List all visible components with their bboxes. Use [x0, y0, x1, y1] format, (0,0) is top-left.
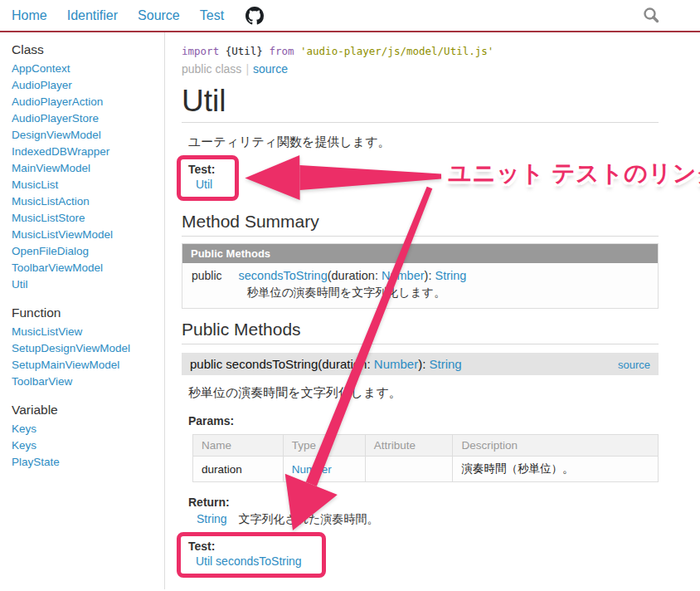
sidebar-item-mainviewmodel[interactable]: MainViewModel [12, 159, 156, 176]
test-label: Test: [188, 539, 302, 554]
method-summary-heading: Method Summary [182, 212, 659, 237]
method-access: public [182, 263, 231, 309]
params-header-description: Description [453, 435, 659, 457]
method-summary-description: 秒単位の演奏時間を文字列化します。 [247, 286, 650, 300]
sidebar-item-keys-2[interactable]: Keys [12, 437, 156, 453]
sidebar-item-setupdesignviewmodel[interactable]: SetupDesignViewModel [12, 339, 156, 356]
class-description: ユーティリティ関数を提供します。 [188, 134, 659, 150]
sidebar-item-musiclistaction[interactable]: MusicListAction [12, 193, 156, 209]
sidebar-item-audioplayerstore[interactable]: AudioPlayerStore [12, 110, 156, 126]
main-content: import {Util} from 'audio-player/js/mode… [165, 32, 700, 589]
test-link-util[interactable]: Util [196, 177, 215, 193]
table-row: duration Number 演奏時間（秒単位）。 [193, 457, 659, 482]
access-modifiers: public class [182, 62, 241, 76]
param-attribute [365, 457, 453, 482]
sidebar-section-function: Function [12, 305, 156, 320]
public-methods-heading: Public Methods [182, 320, 659, 344]
sidebar-section-variable: Variable [12, 403, 156, 418]
sidebar-item-audioplayer[interactable]: AudioPlayer [12, 76, 156, 93]
return-type-link[interactable]: String [435, 269, 466, 282]
separator: | [245, 62, 249, 76]
param-description: 演奏時間（秒単位）。 [453, 457, 659, 482]
signature-mid: ): [418, 357, 429, 371]
sidebar-item-util[interactable]: Util [12, 276, 156, 292]
return-type-link[interactable]: String [430, 357, 462, 371]
test-link-box-2: Test: Util secondsToString [177, 532, 326, 578]
signature-text: (duration: [328, 269, 382, 282]
param-name: duration [193, 457, 284, 482]
method-source-link[interactable]: source [618, 359, 650, 371]
method-signature-banner: public secondsToString(duration: Number)… [182, 353, 659, 375]
keyword-from: from [269, 45, 294, 57]
param-type-link[interactable]: Number [292, 463, 332, 476]
sidebar-item-keys-1[interactable]: Keys [12, 420, 156, 437]
page-title: Util [182, 84, 659, 123]
method-full-signature: public secondsToString(duration: Number)… [190, 357, 462, 371]
sidebar-item-toolbarview[interactable]: ToolbarView [12, 373, 156, 389]
import-target: {Util} [219, 45, 269, 57]
sidebar-item-designviewmodel[interactable]: DesignViewModel [12, 126, 156, 143]
class-source-link[interactable]: source [253, 62, 288, 76]
param-type-link[interactable]: Number [374, 357, 418, 371]
method-signature: secondsToString(duration: Number): Strin… [239, 269, 650, 282]
params-header-attribute: Attribute [365, 435, 453, 457]
sidebar-item-openfiledialog[interactable]: OpenFileDialog [12, 242, 156, 259]
sidebar-item-audioplayeraction[interactable]: AudioPlayerAction [12, 93, 156, 110]
sidebar-item-setupmainviewmodel[interactable]: SetupMainViewModel [12, 356, 156, 373]
method-description: 秒単位の演奏時間を文字列化します。 [188, 385, 659, 401]
sidebar-item-musiclistview[interactable]: MusicListView [12, 323, 156, 339]
navbar: Home Identifier Source Test [0, 0, 700, 32]
nav-source[interactable]: Source [138, 8, 180, 23]
test-link-box-1: Test: Util [177, 155, 239, 201]
summary-table-header: Public Methods [182, 244, 659, 264]
access-line: public class|source [182, 62, 659, 76]
sidebar-item-toolbarviewmodel[interactable]: ToolbarViewModel [12, 259, 156, 276]
import-path: 'audio-player/js/model/Util.js' [294, 45, 493, 57]
return-type-link[interactable]: String [197, 512, 227, 525]
import-statement: import {Util} from 'audio-player/js/mode… [182, 45, 659, 57]
params-header-type: Type [283, 435, 365, 457]
return-label: Return: [188, 496, 659, 509]
params-header-name: Name [193, 435, 284, 457]
test-link-util-secondstostring[interactable]: Util secondsToString [196, 554, 302, 569]
search-icon[interactable] [640, 5, 662, 27]
params-label: Params: [188, 414, 659, 427]
method-summary-table: Public Methods public secondsToString(du… [182, 243, 659, 309]
github-icon[interactable] [245, 7, 264, 25]
test-label: Test: [188, 162, 215, 177]
sidebar-item-playstate[interactable]: PlayState [12, 453, 156, 470]
return-description: 文字列化された演奏時間。 [239, 512, 379, 525]
nav-test[interactable]: Test [200, 8, 224, 23]
param-type: Number [283, 457, 365, 482]
param-type-link[interactable]: Number [382, 269, 425, 282]
nav-home[interactable]: Home [12, 8, 47, 23]
nav-identifier[interactable]: Identifier [67, 8, 118, 23]
sidebar-item-musiclistviewmodel[interactable]: MusicListViewModel [12, 226, 156, 242]
return-line: String文字列化された演奏時間。 [197, 512, 659, 527]
sidebar-section-class: Class [12, 42, 156, 57]
sidebar-item-musicliststore[interactable]: MusicListStore [12, 209, 156, 226]
sidebar-item-indexeddbwrapper[interactable]: IndexedDBWrapper [12, 143, 156, 159]
params-table: Name Type Attribute Description duration… [192, 434, 659, 482]
sidebar-item-musiclist[interactable]: MusicList [12, 176, 156, 193]
sidebar: Class AppContext AudioPlayer AudioPlayer… [0, 32, 165, 589]
method-name-link[interactable]: secondsToString [239, 269, 328, 282]
keyword-import: import [182, 45, 219, 57]
table-row: public secondsToString(duration: Number)… [182, 263, 659, 309]
signature-prefix: public secondsToString(duration: [190, 357, 374, 371]
sidebar-item-appcontext[interactable]: AppContext [12, 60, 156, 76]
signature-text: ): [425, 269, 435, 282]
